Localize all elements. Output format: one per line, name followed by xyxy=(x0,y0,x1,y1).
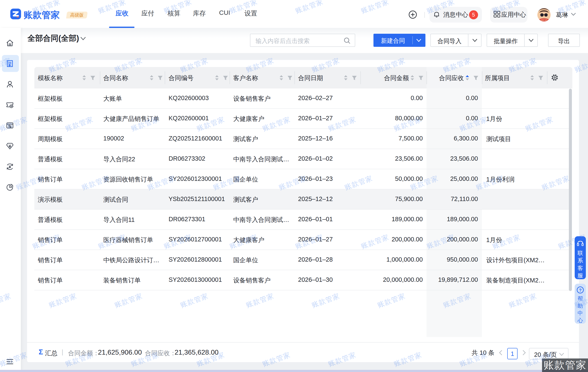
svg-text:DAY UP: DAY UP xyxy=(541,19,547,21)
svg-text:?: ? xyxy=(579,288,582,293)
